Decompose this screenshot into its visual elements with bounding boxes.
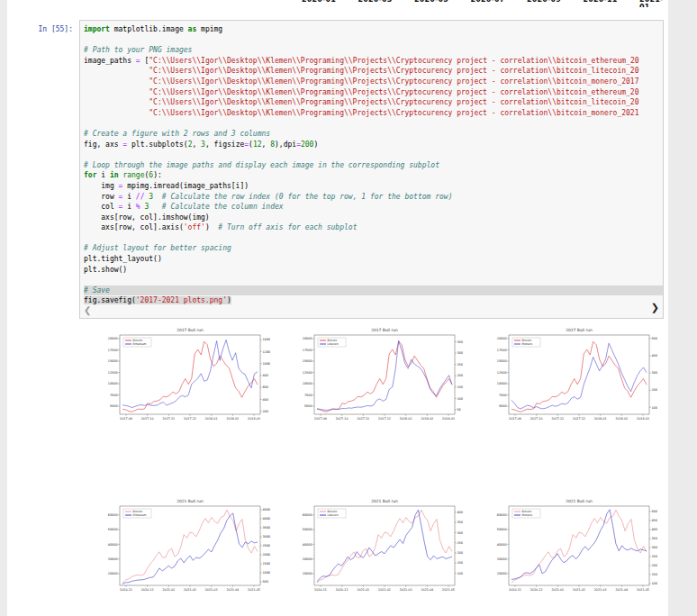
svg-text:30000: 30000 xyxy=(108,557,118,561)
svg-text:60000: 60000 xyxy=(497,513,507,517)
svg-text:2021-04: 2021-04 xyxy=(226,588,239,592)
svg-text:2021-02: 2021-02 xyxy=(378,588,391,592)
svg-text:4500: 4500 xyxy=(262,508,270,512)
svg-text:Ethereum: Ethereum xyxy=(133,513,147,517)
code-line: # Adjust layout for better spacing xyxy=(84,243,663,254)
svg-text:2018-01: 2018-01 xyxy=(594,417,607,421)
svg-text:2020-11: 2020-11 xyxy=(509,588,521,592)
clipped-axis-label: 2020-01 xyxy=(302,0,336,4)
code-line: # Path to your PNG images xyxy=(84,45,663,56)
scroll-left-icon[interactable]: ❮ xyxy=(84,305,91,315)
code-line: fig, axs = plt.subplots(2, 3, figsize=(1… xyxy=(84,140,663,150)
svg-text:7500: 7500 xyxy=(110,394,118,397)
subplot-chart: 2017 Bull run500075001000012500150001750… xyxy=(302,324,473,434)
svg-text:7500: 7500 xyxy=(304,394,312,397)
svg-text:2500: 2500 xyxy=(262,544,270,548)
svg-text:250: 250 xyxy=(457,541,462,545)
svg-text:600: 600 xyxy=(262,385,267,389)
code-line: # Save xyxy=(84,285,663,296)
svg-text:350: 350 xyxy=(651,537,656,540)
svg-text:2017-11: 2017-11 xyxy=(551,417,564,421)
svg-text:2017-09: 2017-09 xyxy=(509,417,521,421)
svg-text:Litecoin: Litecoin xyxy=(328,342,339,346)
svg-text:350: 350 xyxy=(457,340,462,344)
svg-text:60000: 60000 xyxy=(108,513,118,517)
svg-text:2021-01: 2021-01 xyxy=(162,588,175,592)
svg-text:200: 200 xyxy=(457,374,462,377)
cell-input-box[interactable]: import matplotlib.image as mpimg# Path t… xyxy=(79,20,664,319)
clipped-axis-label: 2020-09 xyxy=(527,0,561,4)
svg-text:3500: 3500 xyxy=(262,526,270,530)
svg-text:200: 200 xyxy=(262,410,267,413)
svg-text:2021-02: 2021-02 xyxy=(184,588,196,592)
svg-text:2017 Bull run: 2017 Bull run xyxy=(177,328,204,332)
code-line: "C:\\Users\\Igor\\Desktop\\Klemen\\Progr… xyxy=(84,87,663,98)
svg-text:2020-11: 2020-11 xyxy=(314,588,327,592)
svg-text:2017-09: 2017-09 xyxy=(314,417,327,421)
svg-text:2021-05: 2021-05 xyxy=(442,588,455,592)
svg-text:2021-04: 2021-04 xyxy=(421,588,433,592)
code-editor[interactable]: import matplotlib.image as mpimg# Path t… xyxy=(80,21,663,306)
subplot-svg: 2017 Bull run500075001000012500150001750… xyxy=(302,324,473,434)
svg-text:2020-11: 2020-11 xyxy=(120,588,132,592)
subplot-chart: 2021 Bull run200003000040000500006000010… xyxy=(302,495,473,605)
clipped-axis-label: 2020-11 xyxy=(584,0,618,4)
svg-text:2017-09: 2017-09 xyxy=(120,417,132,421)
svg-text:200: 200 xyxy=(651,388,656,392)
notebook-page: 2020-012020-032020-052020-072020-092020-… xyxy=(7,0,668,616)
svg-text:5000: 5000 xyxy=(110,404,118,408)
subplot-chart: 2021 Bull run200003000040000500006000010… xyxy=(496,495,667,605)
svg-text:12500: 12500 xyxy=(303,371,312,375)
svg-text:1200: 1200 xyxy=(262,350,270,354)
svg-text:50: 50 xyxy=(457,408,460,412)
svg-text:2017-12: 2017-12 xyxy=(573,417,585,421)
svg-text:800: 800 xyxy=(262,374,267,377)
svg-text:2018-02: 2018-02 xyxy=(226,417,239,421)
svg-text:7500: 7500 xyxy=(499,394,507,397)
horizontal-scrollbar[interactable]: ❮ ❯ xyxy=(80,306,663,318)
svg-text:150: 150 xyxy=(457,561,462,565)
svg-text:60000: 60000 xyxy=(303,513,312,517)
code-line: "C:\\Users\\Igor\\Desktop\\Klemen\\Progr… xyxy=(84,77,663,87)
svg-text:1400: 1400 xyxy=(262,339,270,342)
svg-text:1000: 1000 xyxy=(262,362,270,366)
svg-text:2021-03: 2021-03 xyxy=(205,588,218,592)
subplot-chart: 2021 Bull run200003000040000500006000050… xyxy=(107,495,278,605)
code-line: axs[row, col].axis('off') # Turn off axi… xyxy=(84,222,663,233)
svg-text:10000: 10000 xyxy=(303,382,312,385)
svg-text:Litecoin: Litecoin xyxy=(328,513,339,517)
subplot-chart: 2017 Bull run500075001000012500150001750… xyxy=(496,324,667,434)
output-figure: 2017 Bull run500075001000012500150001750… xyxy=(7,324,668,605)
svg-text:2021-01: 2021-01 xyxy=(357,588,369,592)
svg-text:10000: 10000 xyxy=(108,382,118,385)
svg-text:2017-11: 2017-11 xyxy=(357,417,369,421)
svg-text:50000: 50000 xyxy=(108,528,118,531)
svg-text:40000: 40000 xyxy=(303,543,312,547)
svg-text:2018-02: 2018-02 xyxy=(615,417,628,421)
svg-text:400: 400 xyxy=(651,354,656,358)
svg-text:2021 Bull run: 2021 Bull run xyxy=(177,499,204,503)
scroll-right-icon[interactable]: ❯ xyxy=(651,302,659,313)
svg-text:30000: 30000 xyxy=(303,557,312,561)
code-line: img = mpimg.imread(image_paths[i]) xyxy=(84,181,663,192)
svg-text:2021-05: 2021-05 xyxy=(248,588,260,592)
svg-text:2021 Bull run: 2021 Bull run xyxy=(371,499,398,503)
svg-text:15000: 15000 xyxy=(497,359,507,363)
svg-text:1000: 1000 xyxy=(262,571,270,575)
code-line: for i in range(6): xyxy=(84,170,663,181)
svg-text:5000: 5000 xyxy=(304,404,312,408)
svg-text:40000: 40000 xyxy=(108,543,118,547)
svg-text:2021-04: 2021-04 xyxy=(615,588,628,592)
svg-text:2017-10: 2017-10 xyxy=(530,417,543,421)
svg-text:2017 Bull run: 2017 Bull run xyxy=(566,328,593,332)
code-cell: In [55]: import matplotlib.image as mpim… xyxy=(7,20,668,319)
svg-text:30000: 30000 xyxy=(497,557,507,561)
svg-text:12500: 12500 xyxy=(108,371,118,375)
code-line: plt.show() xyxy=(84,265,663,276)
clipped-previous-output-axis-labels: 2020-012020-032020-052020-072020-092020-… xyxy=(7,0,668,7)
svg-text:20000: 20000 xyxy=(108,572,118,575)
svg-text:2000: 2000 xyxy=(262,553,270,557)
svg-text:300: 300 xyxy=(457,351,462,355)
subplot-svg: 2017 Bull run500075001000012500150001750… xyxy=(107,324,278,434)
svg-text:Monero: Monero xyxy=(522,513,533,517)
